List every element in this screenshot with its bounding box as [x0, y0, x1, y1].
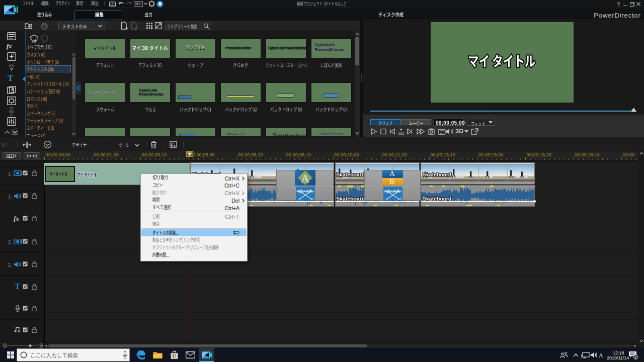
svg-text:♪: ♪	[399, 196, 402, 201]
svg-text:1: 1	[635, 355, 637, 359]
svg-text:♪: ♪	[312, 196, 314, 201]
svg-text:A: A	[301, 172, 310, 185]
